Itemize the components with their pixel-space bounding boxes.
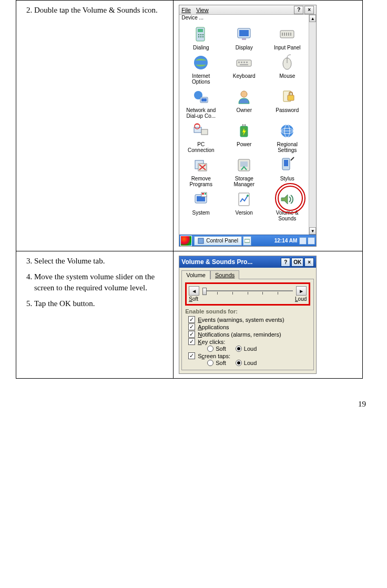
cp-item-internet-options-icon xyxy=(192,54,210,72)
svg-rect-50 xyxy=(284,160,288,166)
radio-key-soft[interactable] xyxy=(207,346,213,352)
page-number: 19 xyxy=(0,379,387,419)
cp-item-display[interactable]: Display xyxy=(222,25,266,50)
tab-volume[interactable]: Volume xyxy=(181,270,210,279)
cp-item-dialing-label: Dialing xyxy=(179,45,222,50)
radio-tap-soft[interactable] xyxy=(207,360,213,366)
cp-item-dialing-icon xyxy=(192,25,210,43)
svg-rect-23 xyxy=(240,64,248,65)
vs-close-button[interactable]: × xyxy=(304,258,314,267)
sip-button[interactable] xyxy=(243,236,251,246)
svg-rect-20 xyxy=(241,62,242,63)
tab-sounds[interactable]: Sounds xyxy=(210,270,239,279)
volume-up-button[interactable]: ► xyxy=(296,286,307,296)
check-keyclicks[interactable]: ✓ xyxy=(188,338,195,345)
check-events[interactable]: ✓ xyxy=(188,316,195,323)
check-applications[interactable]: ✓ xyxy=(188,323,195,330)
cp-item-storage-manager-icon xyxy=(235,156,253,174)
cp-item-system[interactable]: System xyxy=(179,190,222,221)
taskbar-clock: 12:14 AM xyxy=(272,238,300,244)
svg-point-7 xyxy=(202,36,204,38)
cp-item-network-and-dial-up-co[interactable]: Network and Dial-up Co... xyxy=(179,88,222,119)
check-apps-row: ✓ Applications xyxy=(188,323,310,330)
cp-item-password-label: Password xyxy=(266,107,309,113)
cp-item-network-and-dial-up-co-label: Network and Dial-up Co... xyxy=(179,107,222,119)
volume-down-button[interactable]: ◄ xyxy=(189,286,199,296)
cp-item-internet-options[interactable]: Internet Options xyxy=(179,54,222,85)
volume-slider[interactable] xyxy=(202,286,293,296)
highlight-box: ◄ ► Soft Loud xyxy=(185,282,310,306)
scrollbar[interactable]: ▲ ▼ xyxy=(309,15,316,235)
radio-key-loud[interactable] xyxy=(236,346,242,352)
cp-item-stylus[interactable]: Stylus xyxy=(266,156,309,187)
check-screentaps-row: ✓ Screen taps: xyxy=(188,352,310,359)
taskbar: Control Panel 12:14 AM xyxy=(179,235,316,246)
control-panel-body: Device ... DialingDisplayInput PanelInte… xyxy=(179,15,316,235)
cp-item-password-icon xyxy=(278,88,296,106)
cp-item-mouse[interactable]: Mouse xyxy=(266,54,309,85)
cp-item-mouse-label: Mouse xyxy=(266,73,309,79)
vs-help-button[interactable]: ? xyxy=(281,258,290,267)
cp-item-password[interactable]: Password xyxy=(266,88,309,119)
check-keyclicks-label: Key clicks: xyxy=(198,339,225,345)
svg-rect-37 xyxy=(245,124,246,126)
scroll-down-icon[interactable]: ▼ xyxy=(309,227,316,235)
cp-item-volume-sounds-label: Volume & Sounds xyxy=(266,210,309,221)
cp-item-version-icon xyxy=(235,190,253,208)
cp-item-input-panel-label: Input Panel xyxy=(266,45,309,50)
control-panel-window: File View ? × Device ... DialingDisplayI… xyxy=(179,5,317,247)
cp-item-power[interactable]: Power xyxy=(222,122,266,153)
cp-item-storage-manager[interactable]: Storage Manager xyxy=(222,156,266,187)
check-applications-label: Applications xyxy=(198,324,229,330)
radio-tap-soft-label: Soft xyxy=(216,360,226,366)
cp-header-left: Device ... xyxy=(181,15,203,21)
cp-item-network-and-dial-up-co-icon xyxy=(192,88,210,106)
menu-file[interactable]: File xyxy=(181,7,191,13)
screenshot-cell-2: Volume & Sounds Pro... ? OK × Volume Sou… xyxy=(174,251,363,379)
radio-tap-loud-label: Loud xyxy=(244,360,257,366)
label-loud: Loud xyxy=(295,296,307,302)
cp-item-remove-programs[interactable]: Remove Programs xyxy=(179,156,222,187)
cp-item-remove-programs-label: Remove Programs xyxy=(179,176,222,187)
cp-item-owner-icon xyxy=(235,88,253,106)
cp-item-pc-connection[interactable]: PC Connection xyxy=(179,122,222,153)
cp-item-dialing[interactable]: Dialing xyxy=(179,25,222,50)
cp-item-version[interactable]: Version xyxy=(222,190,266,221)
tray-icon-2[interactable] xyxy=(308,237,315,245)
cp-item-input-panel[interactable]: Input Panel xyxy=(266,25,309,50)
check-screentaps[interactable]: ✓ xyxy=(188,352,195,359)
tray xyxy=(299,237,316,245)
cp-item-volume-sounds[interactable]: Volume & Sounds xyxy=(266,190,309,221)
svg-point-3 xyxy=(200,34,202,36)
menu-view[interactable]: View xyxy=(196,7,209,13)
help-button[interactable]: ? xyxy=(294,6,303,14)
start-button[interactable] xyxy=(180,236,192,246)
cp-item-keyboard[interactable]: Keyboard xyxy=(222,54,266,85)
cp-item-keyboard-label: Keyboard xyxy=(222,73,266,79)
cp-item-mouse-icon xyxy=(278,54,296,72)
cp-item-regional-settings[interactable]: Regional Settings xyxy=(266,122,309,153)
enable-sounds-header: Enable sounds for: xyxy=(185,308,310,315)
scroll-up-icon[interactable]: ▲ xyxy=(309,15,316,22)
radio-key-loud-label: Loud xyxy=(244,346,257,352)
close-button[interactable]: × xyxy=(304,6,314,14)
step-3: Select the Volume tab. xyxy=(34,256,168,266)
taskbar-app-label: Control Panel xyxy=(206,238,238,244)
svg-rect-1 xyxy=(198,29,203,32)
svg-line-51 xyxy=(291,157,294,160)
cp-item-regional-settings-icon xyxy=(278,122,296,140)
svg-rect-22 xyxy=(246,62,248,63)
svg-rect-33 xyxy=(201,129,208,135)
cp-item-owner[interactable]: Owner xyxy=(222,88,266,119)
cp-item-keyboard-icon xyxy=(235,54,253,72)
taskbar-app-button[interactable]: Control Panel xyxy=(194,236,242,246)
vs-ok-button[interactable]: OK xyxy=(291,258,303,267)
check-notifications[interactable]: ✓ xyxy=(188,331,195,338)
radio-tap-loud[interactable] xyxy=(236,360,242,366)
keyclicks-radio-row: Soft Loud xyxy=(207,346,310,352)
svg-point-5 xyxy=(198,36,200,38)
cp-item-stylus-label: Stylus xyxy=(266,176,309,181)
tray-icon-1[interactable] xyxy=(299,237,307,245)
menubar: File View ? × xyxy=(179,5,316,15)
check-notifications-row: ✓ Notifications (alarms, reminders) xyxy=(188,331,310,338)
